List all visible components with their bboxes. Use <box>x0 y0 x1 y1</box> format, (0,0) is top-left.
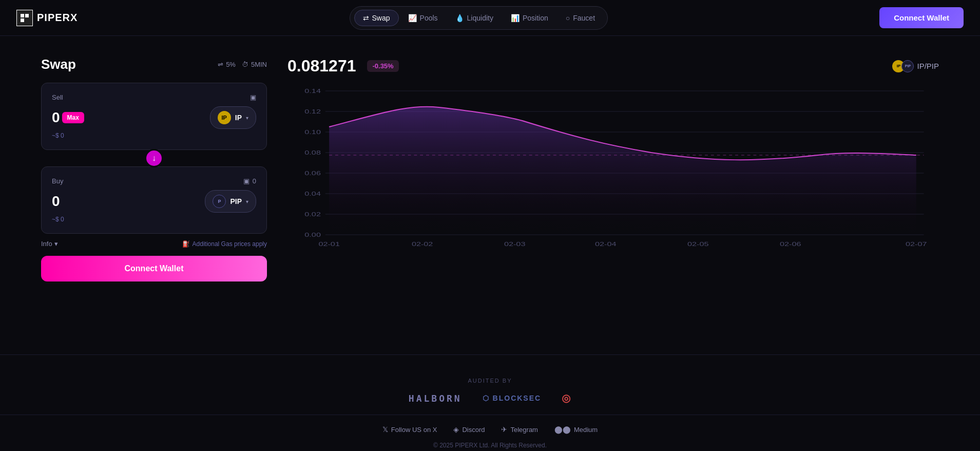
wallet-icon: ▣ <box>250 93 256 101</box>
svg-text:0.12: 0.12 <box>304 108 321 115</box>
buy-balance: 0 <box>253 177 256 185</box>
time-value: 5MIN <box>251 61 267 68</box>
buy-label: Buy <box>52 177 63 185</box>
sell-amount: 0 <box>52 109 60 126</box>
svg-text:0.06: 0.06 <box>304 170 321 177</box>
info-label: Info <box>41 240 52 248</box>
footer: AUDITED BY HALBORN ⬡ BLOCKSEC ◎ 𝕏 Follow… <box>0 365 980 451</box>
svg-text:02-07: 02-07 <box>906 241 927 248</box>
svg-rect-1 <box>25 14 29 17</box>
svg-text:02-02: 02-02 <box>412 241 433 248</box>
chart-area: 0.081271 -0.35% IP PIP IP/PIP <box>287 57 939 324</box>
nav-label-liquidity: Liquidity <box>467 14 493 22</box>
buy-row: 0 P PIP ▾ <box>52 190 256 213</box>
slippage-value: 5% <box>226 61 236 68</box>
audited-label: AUDITED BY <box>0 378 980 384</box>
connect-wallet-header-button[interactable]: Connect Wallet <box>879 7 964 28</box>
swap-title: Swap <box>41 57 76 72</box>
nav-item-liquidity[interactable]: 💧 Liquidity <box>447 10 502 26</box>
sell-token-name: IP <box>235 114 242 122</box>
info-button[interactable]: Info ▾ <box>41 240 58 248</box>
faucet-icon: ○ <box>566 14 570 22</box>
time-icon: ⏱ <box>242 61 248 68</box>
discord-icon: ◈ <box>453 425 459 434</box>
connect-wallet-main-button[interactable]: Connect Wallet <box>41 256 267 281</box>
svg-text:0.00: 0.00 <box>304 232 321 238</box>
svg-text:0.02: 0.02 <box>304 211 321 218</box>
footer-separator <box>0 354 980 355</box>
svg-rect-2 <box>21 18 24 22</box>
buy-token-selector[interactable]: P PIP ▾ <box>205 190 256 213</box>
sell-token-chevron: ▾ <box>246 115 248 121</box>
svg-text:0.14: 0.14 <box>304 88 321 95</box>
svg-text:02-03: 02-03 <box>504 241 526 248</box>
swap-controls: ⇌ 5% ⏱ 5MIN <box>218 61 267 68</box>
audit-logos: HALBORN ⬡ BLOCKSEC ◎ <box>0 392 980 404</box>
sell-usd: ~$ 0 <box>52 132 256 139</box>
social-link-medium[interactable]: ⬤⬤ Medium <box>554 425 598 434</box>
price-row: 0.081271 -0.35% <box>287 57 399 76</box>
svg-text:0.08: 0.08 <box>304 149 321 156</box>
info-chevron-icon: ▾ <box>54 240 58 248</box>
logo-text: PIPERX <box>37 12 78 24</box>
info-row: Info ▾ ⛽ Additional Gas prices apply <box>41 240 267 248</box>
social-label-telegram: Telegram <box>510 426 537 434</box>
nav-label-faucet: Faucet <box>573 14 595 22</box>
svg-text:02-01: 02-01 <box>318 241 340 248</box>
gas-label: Additional Gas prices apply <box>193 240 267 248</box>
buy-token-chevron: ▾ <box>246 199 248 204</box>
sell-token-selector[interactable]: IP IP ▾ <box>210 106 256 129</box>
social-link-discord[interactable]: ◈ Discord <box>453 425 485 434</box>
nav-item-position[interactable]: 📊 Position <box>503 10 556 26</box>
pair-label: IP/PIP <box>917 62 939 70</box>
slippage-icon: ⇌ <box>218 61 223 68</box>
buy-amount: 0 <box>52 193 60 210</box>
pools-icon: 📈 <box>408 14 417 22</box>
sell-label: Sell <box>52 93 63 101</box>
swap-icon: ⇄ <box>363 14 369 22</box>
svg-text:02-06: 02-06 <box>780 241 801 248</box>
nav-item-faucet[interactable]: ○ Faucet <box>558 10 603 26</box>
swap-panel: Swap ⇌ 5% ⏱ 5MIN Sell ▣ 0 Ma <box>41 57 267 324</box>
chart-container: 0.14 0.12 0.10 0.08 0.06 0.04 0.02 0.00 … <box>287 86 939 250</box>
chart-svg: 0.14 0.12 0.10 0.08 0.06 0.04 0.02 0.00 … <box>287 86 939 250</box>
social-label-discord: Discord <box>462 426 485 434</box>
swap-divider: ↓ <box>41 149 267 167</box>
nav-label-position: Position <box>523 14 548 22</box>
chart-price: 0.081271 <box>287 57 356 76</box>
ip-token-icon: IP <box>218 111 231 124</box>
position-icon: 📊 <box>511 14 520 22</box>
max-button[interactable]: Max <box>62 112 84 123</box>
nav-item-swap[interactable]: ⇄ Swap <box>354 10 399 26</box>
social-label-medium: Medium <box>574 426 598 434</box>
logo-icon <box>16 10 33 26</box>
header: PIPERX ⇄ Swap 📈 Pools 💧 Liquidity 📊 Posi… <box>0 0 980 36</box>
svg-text:0.10: 0.10 <box>304 129 321 136</box>
footer-copyright: © 2025 PIPERX Ltd. All Rights Reserved. <box>0 442 980 451</box>
svg-text:02-05: 02-05 <box>687 241 709 248</box>
buy-token-name: PIP <box>230 197 242 205</box>
sell-label-row: Sell ▣ <box>52 93 256 101</box>
blocksec-logo: ⬡ BLOCKSEC <box>483 394 541 402</box>
chart-header: 0.081271 -0.35% IP PIP IP/PIP <box>287 57 939 76</box>
swap-direction-button[interactable]: ↓ <box>145 149 163 167</box>
liquidity-icon: 💧 <box>455 14 464 22</box>
time-control[interactable]: ⏱ 5MIN <box>242 61 267 68</box>
social-link-x[interactable]: 𝕏 Follow US on X <box>382 425 437 434</box>
buy-box: Buy ▣ 0 0 P PIP ▾ ~$ 0 <box>41 166 267 234</box>
social-links: 𝕏 Follow US on X ◈ Discord ✈ Telegram ⬤⬤… <box>0 425 980 434</box>
nav-item-pools[interactable]: 📈 Pools <box>400 10 446 26</box>
cd-logo: ◎ <box>562 392 571 404</box>
main-nav: ⇄ Swap 📈 Pools 💧 Liquidity 📊 Position ○ … <box>350 6 608 30</box>
svg-rect-0 <box>21 14 24 17</box>
sell-row: 0 Max IP IP ▾ <box>52 106 256 129</box>
telegram-icon: ✈ <box>501 425 507 434</box>
price-change-badge: -0.35% <box>367 60 398 72</box>
social-link-telegram[interactable]: ✈ Telegram <box>501 425 537 434</box>
slippage-control[interactable]: ⇌ 5% <box>218 61 236 68</box>
halborn-logo: HALBORN <box>409 393 462 404</box>
buy-label-row: Buy ▣ 0 <box>52 177 256 185</box>
social-label-x: Follow US on X <box>391 426 437 434</box>
nav-label-swap: Swap <box>372 14 390 22</box>
pair-icons: IP PIP <box>892 60 914 72</box>
